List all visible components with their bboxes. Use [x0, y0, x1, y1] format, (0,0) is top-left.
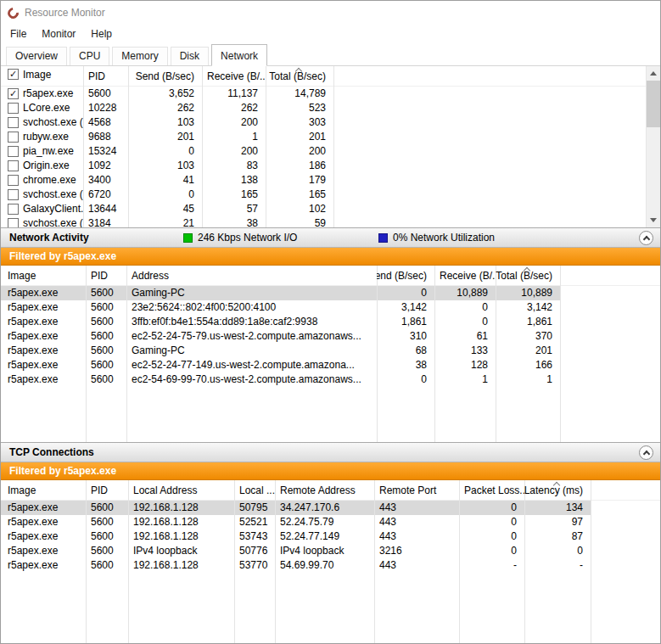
- process-checkbox[interactable]: [8, 103, 19, 114]
- process-checkbox[interactable]: [8, 175, 19, 186]
- process-row[interactable]: LCore.exe 10228 262 262 523: [1, 101, 646, 115]
- collapse-tcp-connections-button[interactable]: [639, 445, 653, 460]
- na-address-cell: ec2-54-69-99-70.us-west-2.compute.amazon…: [126, 372, 377, 387]
- col-header-filler: [591, 480, 660, 500]
- na-pid-cell: 5600: [86, 358, 126, 372]
- tcp-latency-cell: 97: [524, 515, 591, 529]
- col-header-total[interactable]: Total (B/sec): [266, 66, 333, 86]
- process-image-cell: pia_nw.exe: [1, 144, 83, 159]
- process-checkbox[interactable]: [8, 117, 19, 128]
- menu-item[interactable]: Monitor: [34, 26, 83, 42]
- na-filler-cell: [560, 286, 660, 300]
- scroll-up-button[interactable]: [647, 66, 660, 81]
- tcp-remote-port-cell: 443: [374, 558, 459, 573]
- na-total-cell: 201: [496, 344, 560, 358]
- col-header-pid[interactable]: PID: [83, 66, 128, 86]
- process-receive-cell: 200: [202, 115, 266, 130]
- col-header-send[interactable]: Send (B/sec): [128, 66, 202, 86]
- process-row[interactable]: svchost.exe (... 3184 21 38 59: [1, 216, 646, 227]
- scroll-down-button[interactable]: [647, 213, 660, 227]
- col-header-receive[interactable]: Receive (B/...: [434, 266, 496, 285]
- process-checkbox[interactable]: [8, 218, 19, 227]
- tab[interactable]: CPU: [70, 47, 109, 65]
- network-activity-row[interactable]: r5apex.exe 5600 Gaming-PC 0 10,889 10,88…: [1, 286, 660, 300]
- tcp-row[interactable]: r5apex.exe 5600 192.168.1.128 53770 54.6…: [1, 558, 660, 573]
- menu-item[interactable]: File: [3, 26, 34, 42]
- tcp-row[interactable]: r5apex.exe 5600 192.168.1.128 52521 52.2…: [1, 515, 660, 529]
- process-row[interactable]: svchost.exe (... 6720 0 165 165: [1, 188, 646, 202]
- na-address-cell: 3ffb:ef0f:b4e1:554a:dd89:1a8e:caf2:9938: [126, 315, 377, 329]
- col-header-total[interactable]: Total (B/sec): [496, 266, 560, 285]
- process-filler-cell: [333, 216, 646, 227]
- process-row[interactable]: r5apex.exe 5600 3,652 11,137 14,789: [1, 87, 646, 101]
- network-utilization-legend: 0% Network Utilization: [378, 228, 495, 247]
- network-activity-row[interactable]: r5apex.exe 5600 Gaming-PC 68 133 201: [1, 344, 660, 358]
- scrollbar-thumb[interactable]: [647, 81, 660, 127]
- process-row[interactable]: rubyw.exe 9688 201 1 201: [1, 130, 646, 144]
- vertical-scrollbar[interactable]: [646, 66, 660, 227]
- process-send-cell: 21: [128, 216, 202, 227]
- col-header-local-port[interactable]: Local ...: [234, 480, 275, 500]
- col-header-image[interactable]: Image: [1, 66, 83, 86]
- process-image-cell: rubyw.exe: [1, 130, 83, 144]
- col-header-pid[interactable]: PID: [86, 480, 128, 500]
- tcp-local-address-cell: 192.168.1.128: [128, 515, 234, 529]
- process-row[interactable]: chrome.exe 3400 41 138 179: [1, 173, 646, 188]
- na-image-cell: r5apex.exe: [1, 286, 86, 300]
- col-header-local-address[interactable]: Local Address: [128, 480, 234, 500]
- col-header-remote-port[interactable]: Remote Port: [374, 480, 459, 500]
- network-activity-row[interactable]: r5apex.exe 5600 23e2:5624::802:4f00:5200…: [1, 300, 660, 315]
- na-total-cell: 166: [496, 358, 560, 372]
- process-filler-cell: [333, 115, 646, 130]
- tab[interactable]: Memory: [112, 47, 167, 65]
- process-row[interactable]: Origin.exe 1092 103 83 186: [1, 159, 646, 173]
- process-receive-cell: 1: [202, 130, 266, 144]
- network-activity-row[interactable]: r5apex.exe 5600 ec2-52-24-75-79.us-west-…: [1, 329, 660, 344]
- process-row[interactable]: GalaxyClient... 13644 45 57 102: [1, 202, 646, 216]
- tab-strip: OverviewCPUMemoryDiskNetwork: [1, 43, 660, 66]
- na-pid-cell: 5600: [86, 344, 126, 358]
- process-row[interactable]: pia_nw.exe 15324 0 200 200: [1, 144, 646, 159]
- col-header-pid[interactable]: PID: [86, 266, 126, 285]
- process-checkbox[interactable]: [8, 146, 19, 157]
- network-activity-row[interactable]: r5apex.exe 5600 ec2-54-69-99-70.us-west-…: [1, 372, 660, 387]
- process-row[interactable]: svchost.exe (... 4568 103 200 303: [1, 115, 646, 130]
- col-header-remote-address[interactable]: Remote Address: [275, 480, 374, 500]
- col-header-send[interactable]: Send (B/sec): [377, 266, 434, 285]
- process-pid-cell: 5600: [83, 87, 128, 101]
- menu-item[interactable]: Help: [83, 26, 120, 42]
- tab[interactable]: Network: [211, 44, 267, 66]
- tcp-row[interactable]: r5apex.exe 5600 IPv4 loopback 50776 IPv4…: [1, 544, 660, 558]
- network-io-legend-label: 246 Kbps Network I/O: [198, 232, 297, 244]
- select-all-checkbox[interactable]: [8, 69, 19, 80]
- na-total-cell: 1: [496, 372, 560, 387]
- col-header-image[interactable]: Image: [1, 266, 86, 285]
- col-header-packet-loss[interactable]: Packet Loss...: [459, 480, 524, 500]
- col-header-address[interactable]: Address: [126, 266, 377, 285]
- network-activity-row[interactable]: r5apex.exe 5600 3ffb:ef0f:b4e1:554a:dd89…: [1, 315, 660, 329]
- tcp-row[interactable]: r5apex.exe 5600 192.168.1.128 50795 34.2…: [1, 501, 660, 515]
- process-checkbox[interactable]: [8, 88, 19, 99]
- collapse-network-activity-button[interactable]: [639, 231, 653, 245]
- process-receive-cell: 57: [202, 202, 266, 216]
- process-checkbox[interactable]: [8, 132, 19, 143]
- process-pid-cell: 13644: [83, 202, 128, 216]
- na-filler-cell: [560, 344, 660, 358]
- process-checkbox[interactable]: [8, 189, 19, 200]
- process-checkbox[interactable]: [8, 204, 19, 215]
- process-checkbox[interactable]: [8, 160, 19, 171]
- column-divider: [126, 266, 127, 442]
- process-image-cell: GalaxyClient...: [1, 202, 83, 216]
- tab[interactable]: Disk: [171, 47, 209, 65]
- network-activity-row[interactable]: r5apex.exe 5600 ec2-52-24-77-149.us-west…: [1, 358, 660, 372]
- col-header-latency[interactable]: Latency (ms): [524, 480, 591, 500]
- tcp-local-address-cell: 192.168.1.128: [128, 529, 234, 544]
- col-header-receive[interactable]: Receive (B/...: [202, 66, 266, 86]
- na-pid-cell: 5600: [86, 300, 126, 315]
- tab[interactable]: Overview: [6, 47, 67, 65]
- tcp-local-port-cell: 50795: [234, 501, 275, 515]
- process-image-cell: LCore.exe: [1, 101, 83, 115]
- tcp-pid-cell: 5600: [86, 558, 128, 573]
- tcp-row[interactable]: r5apex.exe 5600 192.168.1.128 53743 52.2…: [1, 529, 660, 544]
- col-header-image[interactable]: Image: [1, 480, 86, 500]
